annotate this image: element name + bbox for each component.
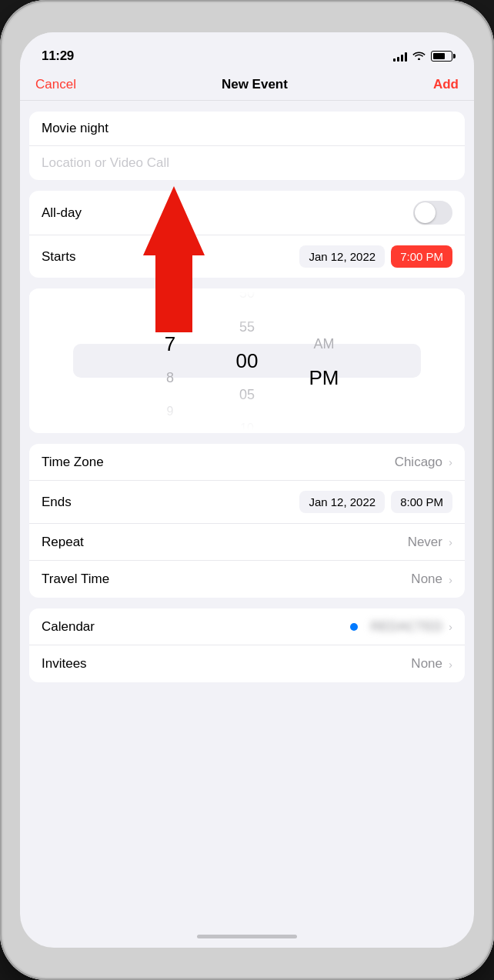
all-day-label: All-day [42, 205, 82, 221]
starts-date[interactable]: Jan 12, 2022 [299, 245, 385, 268]
nav-title: New Event [222, 77, 288, 92]
phone-screen: 11:29 [20, 32, 474, 948]
signal-bar-1 [393, 58, 396, 62]
ends-value: Jan 12, 2022 8:00 PM [299, 491, 452, 513]
repeat-label: Repeat [42, 535, 84, 550]
travel-time-label: Travel Time [42, 572, 109, 587]
all-day-row[interactable]: All-day [29, 191, 465, 235]
battery-icon [431, 51, 452, 62]
repeat-value: Never [408, 535, 442, 550]
timezone-value-row: Chicago › [395, 455, 452, 470]
ends-row[interactable]: Ends Jan 12, 2022 8:00 PM [29, 481, 465, 524]
invitees-value-row: None › [411, 656, 452, 672]
minutes-column[interactable]: 45 50 55 00 05 10 15 [209, 292, 285, 430]
wifi-icon [412, 50, 426, 62]
timezone-value: Chicago [395, 455, 442, 470]
hour-item: 6 [132, 293, 209, 327]
signal-bar-2 [397, 57, 399, 62]
timezone-section: Time Zone Chicago › Ends Jan 12, 2022 8:… [29, 444, 465, 598]
event-form: Movie night Location or Video Call [29, 112, 465, 180]
signal-bar-3 [401, 55, 403, 62]
hour-item: 8 [132, 361, 209, 395]
repeat-value-row: Never › [408, 535, 452, 550]
travel-time-row[interactable]: Travel Time None › [29, 561, 465, 598]
travel-time-value: None [411, 572, 442, 587]
ends-label: Ends [42, 495, 72, 510]
starts-label: Starts [42, 249, 75, 265]
starts-value: Jan 12, 2022 7:00 PM [299, 245, 452, 268]
starts-row[interactable]: Starts Jan 12, 2022 7:00 PM [29, 235, 465, 278]
invitees-label: Invitees [42, 656, 87, 672]
repeat-chevron-icon: › [449, 535, 452, 548]
calendar-section: Calendar REDACTED › Invitees None › [29, 608, 465, 682]
hour-item: 9 [132, 395, 209, 428]
minute-item: 50 [209, 292, 285, 310]
hours-column[interactable]: 6 7 8 9 [132, 293, 209, 428]
home-indicator [197, 935, 297, 938]
nav-bar: Cancel New Event Add [20, 71, 474, 101]
signal-icon [393, 51, 407, 62]
phone-frame: 11:29 [0, 0, 494, 980]
travel-time-chevron-icon: › [449, 573, 452, 586]
picker-container: 6 7 8 9 45 50 55 00 05 10 15 AM [29, 292, 465, 430]
invitees-chevron-icon: › [449, 658, 452, 671]
time-picker[interactable]: 6 7 8 9 45 50 55 00 05 10 15 AM [29, 288, 465, 433]
calendar-label: Calendar [42, 619, 95, 635]
repeat-row[interactable]: Repeat Never › [29, 524, 465, 561]
cancel-button[interactable]: Cancel [35, 77, 76, 92]
calendar-dot-icon [350, 623, 358, 631]
ends-time[interactable]: 8:00 PM [391, 491, 452, 513]
period-am: AM [285, 327, 362, 361]
all-day-toggle[interactable] [413, 201, 452, 225]
minute-item: 55 [209, 310, 285, 344]
starts-time[interactable]: 7:00 PM [391, 245, 452, 268]
invitees-value: None [411, 656, 442, 672]
hour-selected: 7 [132, 327, 209, 361]
period-selected: PM [285, 361, 362, 395]
ends-date[interactable]: Jan 12, 2022 [299, 491, 385, 513]
invitees-row[interactable]: Invitees None › [29, 645, 465, 682]
calendar-chevron-icon: › [449, 620, 452, 633]
calendar-value-row: REDACTED › [350, 619, 452, 635]
status-icons [393, 50, 452, 62]
timezone-chevron-icon: › [449, 455, 452, 468]
status-time: 11:29 [42, 48, 74, 64]
calendar-name: REDACTED [370, 619, 442, 635]
datetime-section: All-day Starts Jan 12, 2022 7:00 PM [29, 191, 465, 278]
location-input[interactable]: Location or Video Call [29, 146, 465, 180]
signal-bar-4 [405, 52, 407, 62]
calendar-row[interactable]: Calendar REDACTED › [29, 608, 465, 645]
status-bar: 11:29 [20, 32, 474, 71]
event-title-input[interactable]: Movie night [29, 112, 465, 146]
minute-selected: 00 [209, 344, 285, 378]
timezone-label: Time Zone [42, 455, 104, 470]
add-button[interactable]: Add [433, 77, 459, 92]
minute-item: 05 [209, 378, 285, 412]
period-column[interactable]: AM PM [285, 327, 362, 395]
timezone-row[interactable]: Time Zone Chicago › [29, 444, 465, 481]
travel-time-value-row: None › [411, 572, 452, 587]
minute-item: 10 [209, 412, 285, 430]
battery-fill [433, 53, 445, 59]
